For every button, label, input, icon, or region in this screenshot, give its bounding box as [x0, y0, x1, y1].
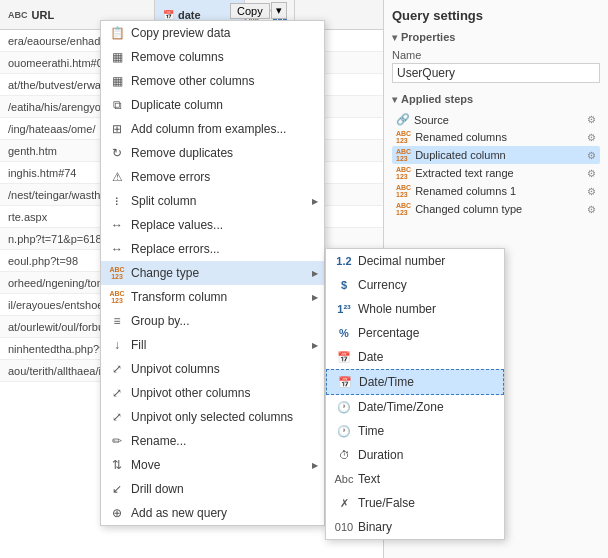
menu-icon-unpivot_other_columns: ⤢ — [109, 385, 125, 401]
menu-item-group_by[interactable]: ≡Group by... — [101, 309, 324, 333]
submenu-icon-decimal_number: 1.2 — [336, 253, 352, 269]
submenu-label-date_time_zone: Date/Time/Zone — [358, 400, 444, 414]
change-type-submenu: 1.2Decimal number$Currency1²³Whole numbe… — [325, 248, 505, 540]
submenu-item-date[interactable]: 📅Date — [326, 345, 504, 369]
step-item-renamed_columns[interactable]: ABC123Renamed columns⚙ — [392, 128, 600, 146]
submenu-item-binary[interactable]: 010Binary — [326, 515, 504, 539]
submenu-item-date_time[interactable]: 📅Date/Time — [326, 369, 504, 395]
menu-item-split_column[interactable]: ⫶Split column — [101, 189, 324, 213]
menu-item-add_as_new_query[interactable]: ⊕Add as new query — [101, 501, 324, 525]
menu-item-add_column_from_examples[interactable]: ⊞Add column from examples... — [101, 117, 324, 141]
step-gear-icon[interactable]: ⚙ — [587, 168, 596, 179]
menu-item-remove_other_columns[interactable]: ▦Remove other columns — [101, 69, 324, 93]
menu-icon-remove_columns: ▦ — [109, 49, 125, 65]
step-label: Renamed columns — [415, 131, 507, 143]
menu-item-move[interactable]: ⇅Move — [101, 453, 324, 477]
menu-item-fill[interactable]: ↓Fill — [101, 333, 324, 357]
step-label: Source — [414, 114, 449, 126]
step-item-extracted_text_range[interactable]: ABC123Extracted text range⚙ — [392, 164, 600, 182]
step-item-source[interactable]: 🔗Source⚙ — [392, 111, 600, 128]
step-icon-duplicated_column: ABC123 — [396, 148, 411, 162]
menu-label-split_column: Split column — [131, 194, 316, 208]
menu-label-change_type: Change type — [131, 266, 316, 280]
step-label: Duplicated column — [415, 149, 506, 161]
menu-item-remove_errors[interactable]: ⚠Remove errors — [101, 165, 324, 189]
submenu-icon-date_time_zone: 🕐 — [336, 399, 352, 415]
properties-section[interactable]: ▾ Properties — [392, 31, 600, 43]
step-item-renamed_columns_1[interactable]: ABC123Renamed columns 1⚙ — [392, 182, 600, 200]
submenu-icon-text: Abc — [336, 471, 352, 487]
menu-item-unpivot_columns[interactable]: ⤢Unpivot columns — [101, 357, 324, 381]
menu-label-remove_errors: Remove errors — [131, 170, 316, 184]
submenu-label-percentage: Percentage — [358, 326, 419, 340]
menu-item-remove_duplicates[interactable]: ↻Remove duplicates — [101, 141, 324, 165]
submenu-item-text[interactable]: AbcText — [326, 467, 504, 491]
step-gear-icon[interactable]: ⚙ — [587, 150, 596, 161]
submenu-item-date_time_zone[interactable]: 🕐Date/Time/Zone — [326, 395, 504, 419]
menu-icon-rename: ✏ — [109, 433, 125, 449]
step-label: Renamed columns 1 — [415, 185, 516, 197]
step-gear-icon[interactable]: ⚙ — [587, 114, 596, 125]
submenu-label-duration: Duration — [358, 448, 403, 462]
applied-steps-section[interactable]: ▾ Applied steps — [392, 93, 600, 105]
menu-item-change_type[interactable]: ABC123Change type — [101, 261, 324, 285]
copy-button[interactable]: Copy — [230, 3, 270, 19]
submenu-item-whole_number[interactable]: 1²³Whole number — [326, 297, 504, 321]
copy-button-area: Copy ▾ — [230, 2, 287, 19]
submenu-label-whole_number: Whole number — [358, 302, 436, 316]
copy-dropdown-button[interactable]: ▾ — [271, 2, 287, 19]
step-label: Extracted text range — [415, 167, 513, 179]
submenu-label-binary: Binary — [358, 520, 392, 534]
menu-item-replace_values[interactable]: ↔Replace values... — [101, 213, 324, 237]
step-icon-source: 🔗 — [396, 113, 410, 126]
menu-label-rename: Rename... — [131, 434, 316, 448]
menu-icon-drill_down: ↙ — [109, 481, 125, 497]
menu-label-replace_errors: Replace errors... — [131, 242, 316, 256]
menu-icon-remove_other_columns: ▦ — [109, 73, 125, 89]
menu-item-remove_columns[interactable]: ▦Remove columns — [101, 45, 324, 69]
submenu-item-percentage[interactable]: %Percentage — [326, 321, 504, 345]
menu-label-group_by: Group by... — [131, 314, 316, 328]
menu-item-drill_down[interactable]: ↙Drill down — [101, 477, 324, 501]
query-name-input[interactable]: UserQuery — [392, 63, 600, 83]
menu-icon-add_as_new_query: ⊕ — [109, 505, 125, 521]
properties-chevron: ▾ — [392, 32, 397, 43]
step-item-changed_column_type[interactable]: ABC123Changed column type⚙ — [392, 200, 600, 218]
menu-label-unpivot_other_columns: Unpivot other columns — [131, 386, 316, 400]
menu-item-unpivot_other_columns[interactable]: ⤢Unpivot other columns — [101, 381, 324, 405]
menu-label-copy_preview: Copy preview data — [131, 26, 316, 40]
applied-steps-list: 🔗Source⚙ABC123Renamed columns⚙ABC123Dupl… — [392, 111, 600, 218]
step-gear-icon[interactable]: ⚙ — [587, 186, 596, 197]
url-type-icon: ABC — [8, 10, 28, 20]
menu-item-replace_errors[interactable]: ↔Replace errors... — [101, 237, 324, 261]
menu-item-transform_column[interactable]: ABC123Transform column — [101, 285, 324, 309]
submenu-item-currency[interactable]: $Currency — [326, 273, 504, 297]
step-icon-renamed_columns_1: ABC123 — [396, 184, 411, 198]
step-icon-extracted_text_range: ABC123 — [396, 166, 411, 180]
menu-label-transform_column: Transform column — [131, 290, 316, 304]
submenu-icon-percentage: % — [336, 325, 352, 341]
submenu-icon-date: 📅 — [336, 349, 352, 365]
menu-icon-group_by: ≡ — [109, 313, 125, 329]
context-menu: 📋Copy preview data▦Remove columns▦Remove… — [100, 20, 325, 526]
step-gear-icon[interactable]: ⚙ — [587, 204, 596, 215]
menu-item-copy_preview[interactable]: 📋Copy preview data — [101, 21, 324, 45]
menu-icon-remove_errors: ⚠ — [109, 169, 125, 185]
menu-icon-transform_column: ABC123 — [109, 289, 125, 305]
submenu-label-date: Date — [358, 350, 383, 364]
submenu-item-decimal_number[interactable]: 1.2Decimal number — [326, 249, 504, 273]
menu-item-rename[interactable]: ✏Rename... — [101, 429, 324, 453]
menu-icon-fill: ↓ — [109, 337, 125, 353]
step-gear-icon[interactable]: ⚙ — [587, 132, 596, 143]
submenu-icon-true_false: ✗ — [336, 495, 352, 511]
submenu-label-date_time: Date/Time — [359, 375, 414, 389]
step-item-duplicated_column[interactable]: ABC123Duplicated column⚙ — [392, 146, 600, 164]
submenu-item-duration[interactable]: ⏱Duration — [326, 443, 504, 467]
submenu-label-time: Time — [358, 424, 384, 438]
menu-label-add_column_from_examples: Add column from examples... — [131, 122, 316, 136]
submenu-item-time[interactable]: 🕐Time — [326, 419, 504, 443]
menu-item-duplicate_column[interactable]: ⧉Duplicate column — [101, 93, 324, 117]
menu-label-move: Move — [131, 458, 316, 472]
submenu-item-true_false[interactable]: ✗True/False — [326, 491, 504, 515]
menu-item-unpivot_only_selected[interactable]: ⤢Unpivot only selected columns — [101, 405, 324, 429]
